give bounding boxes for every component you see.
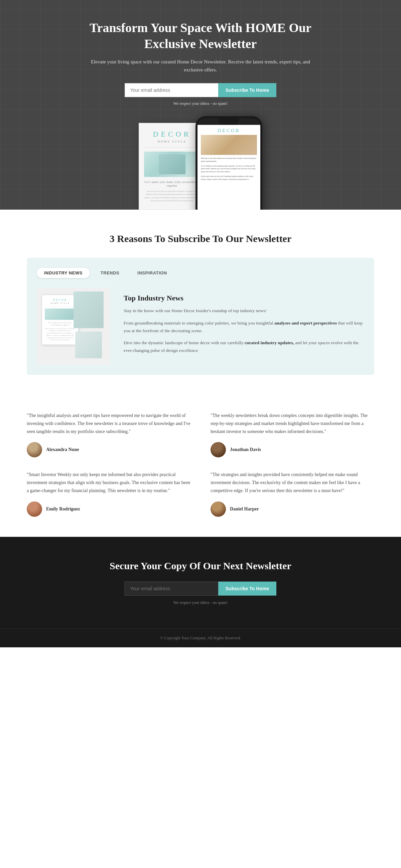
footer-subscribe-button[interactable]: Subscribe To Home — [218, 582, 276, 596]
testimonial-1-text: "The insightful analysis and expert tips… — [27, 412, 191, 435]
footer-email-input[interactable] — [125, 582, 218, 596]
testimonial-2-author: Jonathan Davis — [210, 442, 374, 457]
phone-brand: DECOR — [201, 128, 257, 133]
hero-form: Subscribe To Home — [87, 83, 314, 97]
reasons-section: 3 Reasons To Subscribe To Our Newsletter… — [0, 210, 401, 392]
testimonial-3-text: "Smart Investor Weekly not only keeps me… — [27, 471, 191, 494]
phone-para1: Welcome to the latest edition of our Hom… — [201, 157, 257, 163]
testimonial-2: "The weekly newsletters break down compl… — [210, 412, 374, 457]
tab-text-area: Top Industry News Stay in the know with … — [124, 294, 364, 360]
hero-spam-note: We respect your inbox - no spam! — [87, 101, 314, 106]
footer-form: Subscribe To Home — [27, 582, 374, 596]
footer-bottom: © Copyright Your Company. All Rights Res… — [0, 629, 401, 647]
tab-image-area: DECOR HOME STYLE Let's make your home tr… — [37, 288, 110, 365]
tab-book-thumbnail: DECOR HOME STYLE Let's make your home tr… — [42, 295, 79, 345]
author-4-name: Daniel Harper — [230, 506, 259, 512]
avatar-3 — [27, 501, 42, 517]
tab-para2-bold: analyses and expert perspectives — [274, 320, 337, 326]
book-divider — [144, 147, 200, 148]
author-1-name: Alexandra Nune — [46, 447, 79, 452]
testimonial-4-text: "The strategies and insights provided ha… — [210, 471, 374, 494]
book-inner-image — [144, 152, 200, 177]
testimonial-4-author: Daniel Harper — [210, 501, 374, 517]
phone-screen-image — [201, 135, 257, 155]
footer-cta-section: Secure Your Copy Of Our Next Newsletter … — [0, 537, 401, 629]
hero-subscribe-button[interactable]: Subscribe To Home — [218, 83, 276, 97]
hero-email-input[interactable] — [125, 83, 218, 97]
book-small-text: Stay in the know with our Home Decor Ins… — [144, 190, 200, 203]
tab-para-3: Dive into the dynamic landscape of home … — [124, 339, 364, 354]
avatar-4 — [210, 501, 226, 517]
testimonial-3-author: Emily Rodriguez — [27, 501, 191, 517]
book-tagline: Let's make your home truly extraordinary… — [144, 180, 200, 188]
hero-content: Transform Your Space With HOME Our Exclu… — [87, 20, 314, 106]
hero-subtitle: Elevate your living space with our curat… — [87, 58, 314, 74]
phone-mockup: DECOR Welcome to the latest edition of o… — [196, 116, 262, 210]
tab-para-1: Stay in the know with our Home Decor Ins… — [124, 307, 364, 315]
tab-para3-bold: curated industry updates, — [245, 340, 294, 345]
tab-photo-1 — [74, 291, 104, 328]
reasons-title: 3 Reasons To Subscribe To Our Newsletter — [27, 233, 374, 244]
testimonials-grid: "The insightful analysis and expert tips… — [27, 412, 374, 517]
footer-spam-note: We respect your inbox - no spam! — [27, 600, 374, 605]
testimonial-4: "The strategies and insights provided ha… — [210, 471, 374, 517]
tabs-row: INDUSTRY NEWS TRENDS INSPIRATION — [37, 268, 364, 278]
testimonial-3: "Smart Investor Weekly not only keeps me… — [27, 471, 191, 517]
book-subtitle: HOME STYLE — [158, 140, 187, 143]
avatar-2 — [210, 442, 226, 457]
tab-para2-before: From groundbreaking materials to emergin… — [124, 320, 274, 326]
phone-screen: DECOR Welcome to the latest edition of o… — [198, 125, 260, 210]
hero-section: Transform Your Space With HOME Our Exclu… — [0, 0, 401, 210]
testimonial-1-author: Alexandra Nune — [27, 442, 191, 457]
tab-content: DECOR HOME STYLE Let's make your home tr… — [37, 288, 364, 365]
tab-industry-news[interactable]: INDUSTRY NEWS — [37, 268, 90, 278]
testimonials-section: "The insightful analysis and expert tips… — [0, 392, 401, 537]
tab-trends[interactable]: TRENDS — [93, 268, 127, 278]
tab-para3-before: Dive into the dynamic landscape of home … — [124, 340, 245, 345]
hero-mockups: DECOR HOME STYLE Let's make your home tr… — [84, 116, 317, 210]
book-brand: DECOR — [153, 130, 192, 138]
tab-heading: Top Industry News — [124, 294, 364, 303]
phone-notch — [219, 118, 239, 125]
hero-title: Transform Your Space With HOME Our Exclu… — [87, 20, 314, 52]
phone-para2: As we embark on this design journey toge… — [201, 164, 257, 173]
tab-photo-2 — [75, 332, 102, 358]
tab-para-2: From groundbreaking materials to emergin… — [124, 319, 364, 335]
testimonial-1: "The insightful analysis and expert tips… — [27, 412, 191, 457]
footer-copyright: © Copyright Your Company. All Rights Res… — [27, 636, 374, 641]
reasons-box: INDUSTRY NEWS TRENDS INSPIRATION DECOR H… — [27, 258, 374, 375]
phone-para3: In this issue, discover the art of blend… — [201, 175, 257, 181]
avatar-1 — [27, 442, 42, 457]
author-3-name: Emily Rodriguez — [46, 506, 80, 512]
author-2-name: Jonathan Davis — [230, 447, 261, 452]
footer-cta-title: Secure Your Copy Of Our Next Newsletter — [27, 560, 374, 571]
testimonial-2-text: "The weekly newsletters break down compl… — [210, 412, 374, 435]
tab-inspiration[interactable]: INSPIRATION — [130, 268, 174, 278]
